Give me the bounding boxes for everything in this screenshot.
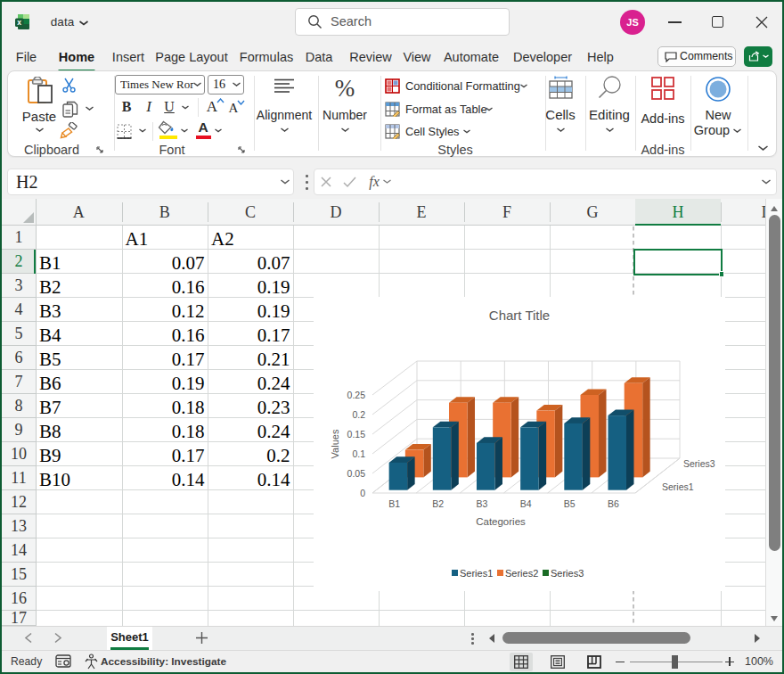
svg-text:Categories: Categories (476, 516, 526, 527)
svg-text:B2: B2 (432, 498, 444, 509)
svg-text:B6: B6 (608, 498, 619, 509)
svg-text:Chart Title: Chart Title (489, 308, 550, 323)
svg-text:x: x (17, 18, 21, 27)
svg-text:0.25: 0.25 (347, 390, 366, 400)
svg-text:Series3: Series3 (683, 458, 715, 469)
svg-text:0.15: 0.15 (347, 429, 366, 440)
svg-text:0.05: 0.05 (347, 468, 366, 479)
svg-text:B4: B4 (520, 498, 532, 509)
svg-text:Series3: Series3 (551, 568, 584, 579)
svg-text:Series1: Series1 (460, 568, 493, 579)
svg-text:0: 0 (360, 488, 365, 498)
svg-text:Series2: Series2 (505, 568, 538, 579)
svg-text:0.2: 0.2 (352, 409, 365, 420)
svg-text:0.1: 0.1 (352, 448, 365, 459)
svg-text:B5: B5 (564, 498, 576, 509)
svg-text:Series1: Series1 (662, 481, 694, 492)
svg-text:Values: Values (330, 429, 340, 458)
svg-text:B3: B3 (477, 498, 488, 509)
svg-text:B1: B1 (388, 498, 400, 509)
